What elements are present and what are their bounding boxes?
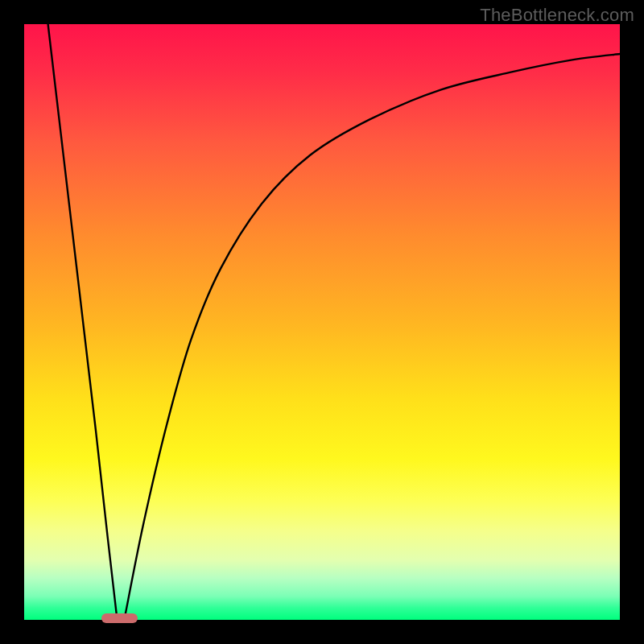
- chart-frame: TheBottleneck.com: [0, 0, 644, 644]
- curve-path: [48, 24, 620, 614]
- bottleneck-marker: [101, 613, 137, 623]
- watermark-text: TheBottleneck.com: [480, 5, 634, 26]
- curve-layer: [24, 24, 620, 620]
- plot-area: [24, 24, 620, 620]
